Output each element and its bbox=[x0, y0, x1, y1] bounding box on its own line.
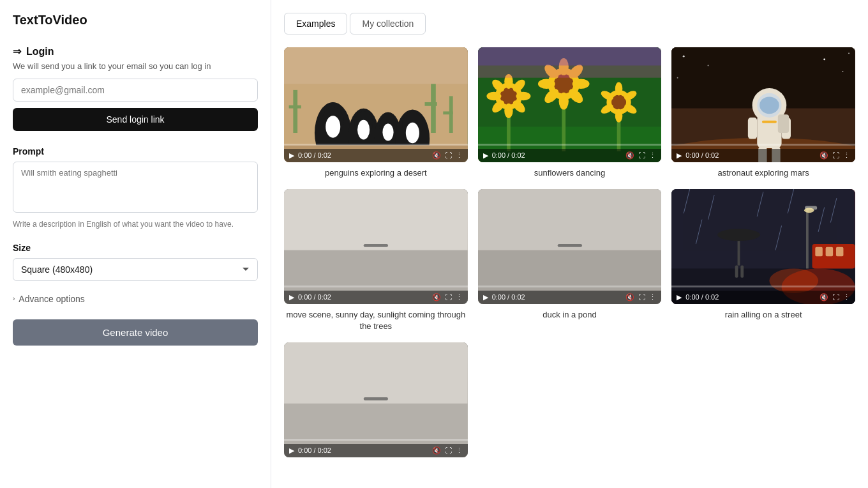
video-caption: penguins exploring a desert bbox=[284, 167, 468, 179]
video-wrapper: ▶ 0:00 / 0:02 🔇 ⛶ ⋮ bbox=[284, 47, 468, 162]
svg-rect-86 bbox=[806, 207, 809, 268]
list-item: ▶ 0:00 / 0:02 🔇 ⛶ ⋮ bbox=[284, 342, 468, 462]
fullscreen-button[interactable]: ⛶ bbox=[832, 151, 839, 159]
video-grid: ▶ 0:00 / 0:02 🔇 ⛶ ⋮ penguins exploring a… bbox=[284, 47, 855, 462]
fullscreen-button[interactable]: ⛶ bbox=[445, 293, 452, 301]
video-wrapper: ▶ 0:00 / 0:02 🔇 ⛶ ⋮ bbox=[478, 47, 662, 162]
progress-bar bbox=[284, 286, 468, 287]
video-controls: ▶ 0:00 / 0:02 🔇 ⛶ ⋮ bbox=[671, 291, 855, 304]
prompt-textarea[interactable] bbox=[13, 162, 258, 213]
video-wrapper: ▶ 0:00 / 0:02 🔇 ⛶ ⋮ bbox=[671, 189, 855, 304]
play-button[interactable]: ▶ bbox=[677, 151, 682, 160]
login-header: ⇒ Login bbox=[13, 45, 258, 57]
svg-point-63 bbox=[760, 96, 779, 114]
svg-rect-68 bbox=[778, 114, 789, 133]
more-button[interactable]: ⋮ bbox=[456, 293, 463, 301]
play-button[interactable]: ▶ bbox=[483, 293, 488, 301]
more-button[interactable]: ⋮ bbox=[843, 151, 850, 160]
chevron-down-icon: › bbox=[13, 295, 15, 302]
svg-point-75 bbox=[848, 52, 849, 54]
tab-my-collection[interactable]: My collection bbox=[350, 13, 426, 34]
video-controls: ▶ 0:00 / 0:02 🔇 ⛶ ⋮ bbox=[284, 291, 468, 304]
tabs-bar: Examples My collection bbox=[284, 13, 855, 34]
svg-rect-78 bbox=[364, 244, 388, 247]
video-controls: ▶ 0:00 / 0:02 🔇 ⛶ ⋮ bbox=[284, 149, 468, 162]
play-button[interactable]: ▶ bbox=[483, 151, 488, 160]
play-button[interactable]: ▶ bbox=[289, 446, 294, 455]
more-button[interactable]: ⋮ bbox=[456, 151, 463, 160]
video-time: 0:00 / 0:02 bbox=[685, 293, 816, 301]
mute-button[interactable]: 🔇 bbox=[819, 151, 828, 160]
svg-point-28 bbox=[516, 92, 530, 100]
app-title: TextToVideo bbox=[13, 13, 258, 27]
video-wrapper: ▶ 0:00 / 0:02 🔇 ⛶ ⋮ bbox=[284, 189, 468, 304]
more-button[interactable]: ⋮ bbox=[649, 151, 656, 160]
progress-bar bbox=[478, 144, 662, 146]
send-login-button[interactable]: Send login link bbox=[13, 108, 258, 131]
video-time: 0:00 / 0:02 bbox=[298, 446, 428, 454]
svg-point-43 bbox=[538, 79, 555, 89]
svg-rect-69 bbox=[762, 121, 777, 123]
svg-point-51 bbox=[615, 109, 622, 123]
mute-button[interactable]: 🔇 bbox=[432, 293, 441, 301]
svg-point-3 bbox=[326, 116, 340, 138]
list-item: ▶ 0:00 / 0:02 🔇 ⛶ ⋮ duck in a pond bbox=[478, 189, 662, 332]
list-item: ▶ 0:00 / 0:02 🔇 ⛶ ⋮ astronaut exploring … bbox=[671, 47, 855, 179]
mute-button[interactable]: 🔇 bbox=[819, 293, 828, 301]
fullscreen-button[interactable]: ⛶ bbox=[638, 293, 645, 301]
mute-button[interactable]: 🔇 bbox=[625, 151, 634, 160]
mute-button[interactable]: 🔇 bbox=[432, 151, 441, 160]
svg-rect-92 bbox=[741, 266, 744, 278]
play-button[interactable]: ▶ bbox=[289, 293, 294, 301]
video-time: 0:00 / 0:02 bbox=[492, 151, 622, 159]
fullscreen-button[interactable]: ⛶ bbox=[445, 446, 452, 454]
svg-rect-18 bbox=[293, 90, 297, 133]
more-button[interactable]: ⋮ bbox=[649, 293, 656, 301]
svg-point-88 bbox=[804, 208, 814, 213]
svg-rect-19 bbox=[289, 105, 301, 109]
size-label: Size bbox=[13, 243, 258, 253]
login-icon: ⇒ bbox=[13, 45, 21, 57]
svg-point-70 bbox=[683, 56, 685, 57]
tab-examples[interactable]: Examples bbox=[284, 13, 347, 34]
svg-rect-20 bbox=[284, 47, 468, 84]
advance-options-toggle[interactable]: › Advance options bbox=[13, 291, 258, 307]
svg-rect-14 bbox=[431, 84, 436, 133]
login-section: ⇒ Login We will send you a link to your … bbox=[13, 45, 258, 131]
fullscreen-button[interactable]: ⛶ bbox=[638, 151, 645, 159]
svg-rect-102 bbox=[816, 247, 823, 256]
mute-button[interactable]: 🔇 bbox=[625, 293, 634, 301]
video-controls: ▶ 0:00 / 0:02 🔇 ⛶ ⋮ bbox=[478, 149, 662, 162]
size-select[interactable]: Square (480x480) Landscape (640x360) Por… bbox=[13, 258, 258, 281]
svg-point-48 bbox=[615, 82, 622, 95]
progress-bar bbox=[671, 286, 855, 287]
svg-point-89 bbox=[717, 229, 760, 241]
more-button[interactable]: ⋮ bbox=[456, 446, 463, 455]
fullscreen-button[interactable]: ⛶ bbox=[445, 151, 452, 159]
svg-rect-91 bbox=[735, 266, 738, 278]
video-caption: astronaut exploring mars bbox=[671, 167, 855, 179]
progress-bar bbox=[478, 286, 662, 287]
fullscreen-button[interactable]: ⛶ bbox=[832, 293, 839, 301]
svg-rect-17 bbox=[443, 111, 453, 114]
progress-bar bbox=[284, 439, 468, 441]
generate-video-button[interactable]: Generate video bbox=[13, 319, 258, 346]
prompt-label: Prompt bbox=[13, 146, 258, 156]
video-caption: move scene, sunny day, sunlight coming t… bbox=[284, 309, 468, 332]
video-caption: sunflowers dancing bbox=[478, 167, 662, 179]
email-input[interactable] bbox=[13, 79, 258, 102]
svg-point-74 bbox=[677, 77, 678, 79]
more-button[interactable]: ⋮ bbox=[843, 293, 850, 301]
list-item: ▶ 0:00 / 0:02 🔇 ⛶ ⋮ penguins exploring a… bbox=[284, 47, 468, 179]
svg-point-30 bbox=[504, 103, 513, 118]
video-wrapper: ▶ 0:00 / 0:02 🔇 ⛶ ⋮ bbox=[478, 189, 662, 304]
video-wrapper: ▶ 0:00 / 0:02 🔇 ⛶ ⋮ bbox=[671, 47, 855, 162]
svg-rect-55 bbox=[478, 47, 662, 66]
play-button[interactable]: ▶ bbox=[289, 151, 294, 160]
svg-rect-104 bbox=[836, 247, 844, 256]
svg-rect-81 bbox=[557, 244, 581, 247]
mute-button[interactable]: 🔇 bbox=[432, 446, 441, 455]
play-button[interactable]: ▶ bbox=[677, 293, 682, 301]
video-caption: rain alling on a street bbox=[671, 309, 855, 321]
svg-point-41 bbox=[558, 93, 568, 110]
